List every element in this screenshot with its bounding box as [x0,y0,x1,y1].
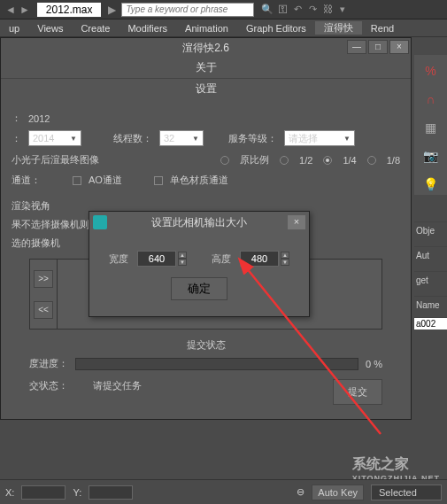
ratio-half-radio[interactable] [280,156,289,165]
material-label: 单色材质通道 [170,174,228,187]
dialog-title: 渲得快2.6 [182,41,229,56]
status-value: 请提交任务 [93,379,142,392]
binoculars-icon[interactable]: 🔍 [261,4,274,15]
ratio-eighth-label: 1/8 [387,155,400,166]
x-label: X: [5,487,14,498]
auto-key-button[interactable]: Auto Key [312,485,364,500]
camera-prev-button[interactable]: << [34,301,53,319]
ok-button[interactable]: 确定 [171,277,227,300]
channel-label: 通道： [12,174,41,187]
camera-next-button[interactable]: >> [34,270,53,288]
menu-group[interactable]: up [0,23,28,34]
percent-icon[interactable]: % [420,60,442,81]
material-checkbox[interactable] [154,176,163,185]
progress-label: 度进度： [29,357,68,370]
menu-graph-editors[interactable]: Graph Editors [237,23,315,34]
menubar: up Views Create Modifiers Animation Grap… [0,19,447,37]
output-size-dialog: 设置此相机输出大小 × 宽度 ▲▼ 高度 ▲▼ 确定 [89,211,310,317]
ratio-eighth-radio[interactable] [367,156,376,165]
camera-icon[interactable]: 📷 [420,145,442,167]
ratio-original-radio[interactable] [220,156,229,165]
height-up-icon[interactable]: ▲ [281,252,289,259]
ratio-quarter-radio[interactable] [323,156,332,165]
ratio-half-label: 1/2 [299,155,312,166]
service-dropdown[interactable]: 请选择▼ [284,130,355,146]
about-header[interactable]: 关于 [1,58,411,79]
width-label: 宽度 [109,252,128,266]
width-input[interactable] [137,251,176,267]
magnet-icon[interactable]: ∩ [420,89,442,110]
ratio-quarter-label: 1/4 [343,155,356,166]
ratio-original-label: 原比例 [240,153,269,167]
y-label: Y: [73,487,81,498]
filename-badge: 2012.max [37,3,102,17]
y-input[interactable] [89,485,133,500]
search-input[interactable] [121,3,254,17]
height-down-icon[interactable]: ▼ [281,259,289,266]
right-command-panel: % ∩ ▦ 📷 💡 [414,55,447,195]
year-value: 2012 [28,113,50,124]
menu-render[interactable]: 渲得快 [315,21,362,35]
width-up-icon[interactable]: ▲ [178,252,187,259]
ao-checkbox[interactable] [73,176,81,185]
redo-icon[interactable]: ↷ [306,4,319,15]
threads-label: 线程数： [113,132,152,145]
dropdown-icon[interactable]: ▾ [336,4,349,15]
menu-rend[interactable]: Rend [362,23,403,34]
play-icon[interactable]: ▶ [106,4,118,16]
tab-aut[interactable]: Aut [414,246,447,264]
undo-icon[interactable]: ↶ [291,4,304,15]
nav-fwd-icon[interactable]: ► [18,4,32,16]
tab-get[interactable]: get [414,271,447,289]
progress-bar [75,358,358,370]
height-spinner[interactable]: ▲▼ [240,251,289,267]
app-icon [93,215,107,229]
ao-label: AO通道 [89,174,122,187]
tab-name: Name [414,296,447,314]
height-label: 高度 [212,252,231,266]
menu-modifiers[interactable]: Modifiers [119,23,176,34]
toolbar-icons: 🔍 ⚿ ↶ ↷ ⛓ ▾ [261,4,349,15]
maximize-button[interactable]: □ [368,40,388,54]
link-icon[interactable]: ⛓ [321,4,334,15]
progress-percent: 0 % [366,359,382,369]
x-input[interactable] [21,485,66,500]
status-bar: X: Y: ⊖ Auto Key Selected [0,479,447,504]
selection-filter[interactable]: Selected [371,485,442,500]
tab-a002: a002 [414,317,447,330]
plugin-dropdown[interactable]: 2014▼ [28,130,81,146]
close-button[interactable]: × [389,40,409,54]
menu-views[interactable]: Views [28,23,72,34]
top-toolbar: ◄ ► 2012.max ▶ 🔍 ⚿ ↶ ↷ ⛓ ▾ [0,0,447,19]
final-image-label: 小光子后渲最终图像 [12,153,99,167]
width-down-icon[interactable]: ▼ [178,259,187,266]
tool-icon-1[interactable]: ▦ [420,117,442,138]
right-rollout: Obje Aut get Name a002 [414,221,447,330]
modal-titlebar: 设置此相机输出大小 × [89,212,309,233]
modal-title-text: 设置此相机输出大小 [151,215,247,230]
key-icon[interactable]: ⚿ [276,4,289,15]
minimize-button[interactable]: — [347,40,366,54]
width-spinner[interactable]: ▲▼ [137,251,187,267]
nav-back-icon[interactable]: ◄ [4,4,18,16]
dialog-titlebar: 渲得快2.6 — □ × [1,38,411,58]
submit-button[interactable]: 提交 [333,379,382,405]
menu-animation[interactable]: Animation [176,23,237,34]
settings-header[interactable]: 设置 [1,79,411,99]
height-input[interactable] [240,251,279,267]
status-label: 交状态： [29,379,68,392]
menu-create[interactable]: Create [72,23,119,34]
service-label: 服务等级： [228,132,277,145]
tab-object[interactable]: Obje [414,221,447,239]
modal-close-button[interactable]: × [288,215,305,229]
key-icon2[interactable]: ⊖ [297,486,304,498]
light-icon[interactable]: 💡 [420,174,442,195]
threads-dropdown[interactable]: 32▼ [159,130,204,146]
submit-status-header: 提交状态 [29,338,382,352]
